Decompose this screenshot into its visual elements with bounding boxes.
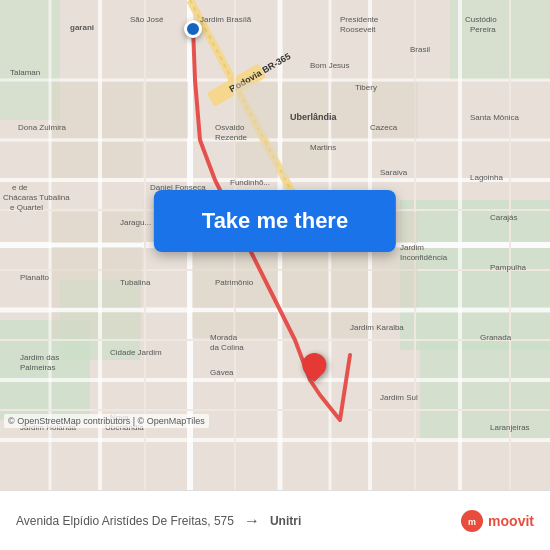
svg-text:Gávea: Gávea <box>210 368 234 377</box>
svg-text:Martins: Martins <box>310 143 336 152</box>
svg-text:Santa Mônica: Santa Mônica <box>470 113 519 122</box>
svg-text:Patrimônio: Patrimônio <box>215 278 254 287</box>
svg-rect-34 <box>102 82 142 138</box>
svg-rect-44 <box>52 212 98 243</box>
svg-text:Osvaldo: Osvaldo <box>215 123 245 132</box>
arrow-icon: → <box>244 512 260 530</box>
bottom-bar: Avenida Elpídio Aristídes De Freitas, 57… <box>0 490 550 550</box>
svg-text:Uberlândia: Uberlândia <box>290 112 338 122</box>
svg-text:Brasil: Brasil <box>410 45 430 54</box>
svg-rect-51 <box>52 247 98 308</box>
svg-rect-3 <box>400 200 550 350</box>
svg-text:Jaragu...: Jaragu... <box>120 218 151 227</box>
origin-marker <box>184 20 202 38</box>
svg-text:Tibery: Tibery <box>355 83 377 92</box>
svg-rect-45 <box>102 212 142 243</box>
svg-text:Saraiva: Saraiva <box>380 168 408 177</box>
map-attribution: © OpenStreetMap contributors | © OpenMap… <box>4 414 209 428</box>
svg-text:Fundinhõ...: Fundinhõ... <box>230 178 270 187</box>
svg-text:Cazeca: Cazeca <box>370 123 398 132</box>
svg-text:Jardim Sul: Jardim Sul <box>380 393 418 402</box>
svg-text:Jardim Brasílã: Jardim Brasílã <box>200 15 252 24</box>
svg-rect-35 <box>146 82 188 138</box>
map-container: Rodovia BR-365 <box>0 0 550 490</box>
svg-text:Inconfidência: Inconfidência <box>400 253 448 262</box>
svg-text:Morada: Morada <box>210 333 238 342</box>
svg-rect-4 <box>420 340 550 440</box>
origin-label: Avenida Elpídio Aristídes De Freitas, 57… <box>16 514 234 528</box>
svg-text:da Colina: da Colina <box>210 343 244 352</box>
svg-text:Planalto: Planalto <box>20 273 49 282</box>
svg-rect-59 <box>102 312 142 338</box>
svg-text:Pampulha: Pampulha <box>490 263 527 272</box>
svg-text:Jardim das: Jardim das <box>20 353 59 362</box>
route-info: Avenida Elpídio Aristídes De Freitas, 57… <box>16 512 460 530</box>
moovit-logo-text: moovit <box>488 513 534 529</box>
svg-text:e de: e de <box>12 183 28 192</box>
svg-text:Granada: Granada <box>480 333 512 342</box>
svg-text:Bom Jesus: Bom Jesus <box>310 61 350 70</box>
svg-rect-42 <box>235 142 278 178</box>
svg-rect-39 <box>282 82 328 138</box>
moovit-icon: m <box>460 509 484 533</box>
svg-text:Palmeiras: Palmeiras <box>20 363 56 372</box>
svg-text:Laranjeiras: Laranjeiras <box>490 423 530 432</box>
svg-text:Roosevelt: Roosevelt <box>340 25 376 34</box>
svg-text:Cidade Jardim: Cidade Jardim <box>110 348 162 357</box>
svg-text:Custódio: Custódio <box>465 15 497 24</box>
svg-text:Talaman: Talaman <box>10 68 40 77</box>
destination-label: Unitri <box>270 514 301 528</box>
svg-text:Rezende: Rezende <box>215 133 248 142</box>
moovit-logo: m moovit <box>460 509 534 533</box>
svg-text:Tubalina: Tubalina <box>120 278 151 287</box>
svg-text:Pereira: Pereira <box>470 25 496 34</box>
svg-text:Jardim: Jardim <box>400 243 424 252</box>
svg-rect-61 <box>235 312 278 338</box>
take-me-there-button[interactable]: Take me there <box>154 190 396 252</box>
svg-text:Chácaras Tubalina: Chácaras Tubalina <box>3 193 70 202</box>
svg-text:garani: garani <box>70 23 94 32</box>
svg-rect-58 <box>52 312 98 338</box>
svg-text:Jardim Karalba: Jardim Karalba <box>350 323 404 332</box>
svg-text:Dona Zulmira: Dona Zulmira <box>18 123 67 132</box>
svg-text:São José: São José <box>130 15 164 24</box>
svg-text:Presidente: Presidente <box>340 15 379 24</box>
svg-text:m: m <box>468 517 476 527</box>
svg-rect-37 <box>102 142 142 178</box>
svg-rect-56 <box>331 247 368 308</box>
svg-rect-6 <box>450 0 550 80</box>
svg-text:Carajás: Carajás <box>490 213 518 222</box>
svg-rect-55 <box>282 247 328 308</box>
svg-text:e Quartel: e Quartel <box>10 203 43 212</box>
svg-rect-36 <box>52 142 98 178</box>
svg-text:Lagoinha: Lagoinha <box>470 173 503 182</box>
